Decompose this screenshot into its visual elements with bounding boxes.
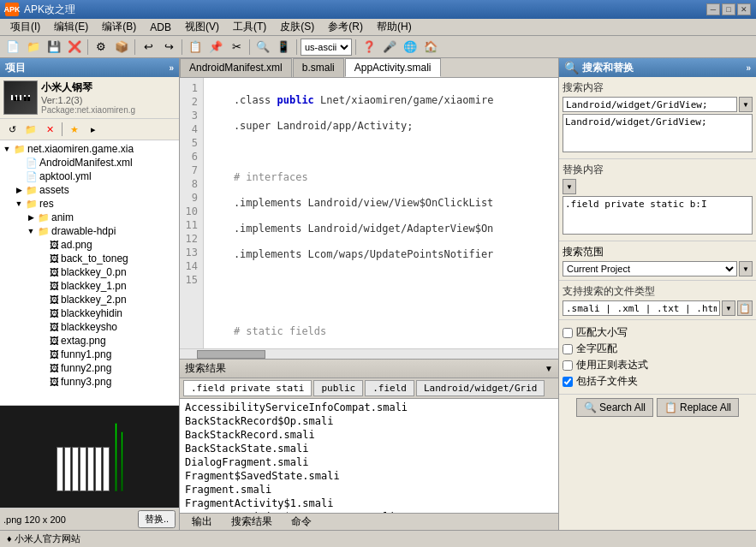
bottom-tab-command[interactable]: 命令: [283, 513, 320, 531]
maximize-button[interactable]: □: [722, 3, 735, 15]
replace-button[interactable]: 替换..: [138, 510, 176, 528]
filetype-input[interactable]: [563, 300, 720, 316]
result-item-5[interactable]: Fragment$SavedState.smali: [183, 469, 555, 483]
toolbar-copy[interactable]: 📋: [186, 38, 205, 56]
menu-tools[interactable]: 工具(T): [226, 18, 273, 36]
menu-adb[interactable]: ADB: [143, 20, 178, 35]
toolbar-new[interactable]: 📄: [3, 38, 22, 56]
toolbar-mic[interactable]: 🎤: [380, 38, 399, 56]
search-icon: 🔍: [564, 61, 579, 74]
menu-view[interactable]: 视图(V): [178, 18, 226, 36]
proj-empty-btn[interactable]: ▸: [85, 121, 102, 138]
regex-checkbox[interactable]: [563, 360, 573, 371]
code-editor[interactable]: 12345 678910 1112131415 .class public Ln…: [180, 78, 558, 348]
menu-edit[interactable]: 编辑(E): [47, 18, 95, 36]
toolbar-install[interactable]: 📱: [274, 38, 293, 56]
tree-item-drawable[interactable]: ▼ 📁 drawable-hdpi: [2, 224, 177, 238]
result-tab-2[interactable]: .field: [365, 380, 414, 396]
editor-scrollbar-h[interactable]: [180, 348, 558, 359]
menu-reference[interactable]: 参考(R): [321, 18, 370, 36]
tree-item-bk1[interactable]: 🖼 blackkey_1.pn: [2, 279, 177, 293]
search-dropdown-btn[interactable]: ▼: [739, 97, 753, 112]
tree-item-funny3[interactable]: 🖼 funny3.png: [2, 375, 177, 389]
toolbar-save[interactable]: 💾: [45, 38, 63, 56]
tree-item-bk2[interactable]: 🖼 blackkey_2.pn: [2, 293, 177, 306]
search-results-collapse[interactable]: ▼: [545, 364, 553, 373]
subdir-checkbox[interactable]: [563, 377, 573, 387]
tree-item-funny1[interactable]: 🖼 funny1.png: [2, 348, 177, 361]
menu-project[interactable]: 项目(I): [3, 18, 47, 36]
tree-item-apktool[interactable]: 📄 apktool.yml: [2, 169, 177, 183]
tree-item-anim[interactable]: ▶ 📁 anim: [2, 211, 177, 224]
editor-scrollbar-thumb[interactable]: [197, 350, 265, 359]
minimize-button[interactable]: ─: [706, 3, 720, 15]
toolbar-sep-5: [296, 39, 297, 55]
toolbar-cut[interactable]: ✂: [227, 38, 246, 56]
close-button[interactable]: ✕: [737, 3, 751, 15]
replace-dropdown-btn[interactable]: ▼: [563, 179, 576, 194]
result-item-1[interactable]: BackStackRecord$Op.smali: [183, 414, 555, 428]
scope-extra-btn[interactable]: ▼: [739, 261, 753, 276]
regex-label: 使用正则表达式: [576, 358, 648, 372]
toolbar-find[interactable]: 🔍: [253, 38, 272, 56]
right-panel-header: 🔍 搜索和替换 »: [559, 58, 756, 77]
proj-delete-btn[interactable]: ✕: [41, 121, 58, 138]
proj-folder-btn[interactable]: 📁: [22, 121, 39, 138]
bottom-tab-output[interactable]: 输出: [183, 513, 221, 531]
proj-refresh-btn[interactable]: ↺: [3, 121, 21, 138]
result-item-7[interactable]: FragmentActivity$1.smali: [183, 496, 555, 510]
tab-appactivity[interactable]: AppActivity.smali: [345, 58, 441, 77]
tree-item-manifest[interactable]: 📄 AndroidManifest.xml: [2, 156, 177, 169]
menu-help[interactable]: 帮助(H): [370, 18, 419, 36]
proj-star-btn[interactable]: ★: [66, 121, 83, 138]
menu-compile[interactable]: 编译(B): [95, 18, 143, 36]
tree-item-assets[interactable]: ▶ 📁 assets: [2, 183, 177, 197]
replace-all-button[interactable]: 📋 Replace All: [657, 398, 739, 417]
tree-item-extag[interactable]: 🖼 extag.png: [2, 334, 177, 348]
toolbar-paste[interactable]: 📌: [206, 38, 225, 56]
bottom-tab-results[interactable]: 搜索结果: [223, 513, 281, 531]
tree-item-bk0[interactable]: 🖼 blackkey_0.pn: [2, 265, 177, 279]
result-item-3[interactable]: BackStackState.smali: [183, 442, 555, 455]
result-item-2[interactable]: BackStackRecord.smali: [183, 428, 555, 442]
toolbar-help[interactable]: ❓: [360, 38, 378, 56]
search-textarea[interactable]: Landroid/widget/GridView;: [563, 114, 753, 152]
case-checkbox[interactable]: [563, 328, 573, 338]
toolbar-open[interactable]: 📁: [24, 38, 43, 56]
result-tab-3[interactable]: Landroid/widget/Grid: [416, 380, 545, 396]
result-item-4[interactable]: DialogFragment.smali: [183, 455, 555, 469]
toolbar-decompile[interactable]: 📦: [112, 38, 131, 56]
toolbar-compile[interactable]: ⚙: [92, 38, 110, 56]
code-content[interactable]: .class public Lnet/xiaomiren/game/xiaomi…: [204, 78, 558, 348]
filetype-dropdown-btn[interactable]: ▼: [722, 300, 735, 316]
result-tab-0[interactable]: .field private stati: [183, 380, 312, 396]
tree-item-bksho[interactable]: 🖼 blackkeysho: [2, 320, 177, 334]
filetype-action-btn[interactable]: 📋: [737, 300, 753, 316]
result-tab-1[interactable]: public: [313, 380, 363, 396]
tab-smali[interactable]: b.smali: [293, 58, 344, 77]
right-panel-collapse[interactable]: »: [746, 63, 751, 73]
scope-select[interactable]: Current Project All Projects Selected Fi…: [563, 261, 737, 276]
tree-item-funny2[interactable]: 🖼 funny2.png: [2, 361, 177, 375]
search-all-button[interactable]: 🔍 Search All: [576, 398, 653, 417]
result-item-0[interactable]: AccessibilityServiceInfoCompat.smali: [183, 401, 555, 414]
project-panel-collapse[interactable]: »: [169, 63, 174, 73]
tree-item-bkhid[interactable]: 🖼 blackkeyhidin: [2, 306, 177, 320]
result-item-6[interactable]: Fragment.smali: [183, 483, 555, 496]
encoding-select[interactable]: us-ascii UTF-8 GBK: [301, 39, 352, 56]
search-content-input[interactable]: [563, 97, 737, 112]
toolbar-close[interactable]: ❌: [65, 38, 84, 56]
toolbar-home[interactable]: 🏠: [421, 38, 440, 56]
tree-item-res[interactable]: ▼ 📁 res: [2, 197, 177, 211]
toolbar-undo[interactable]: ↩: [139, 38, 158, 56]
menu-skin[interactable]: 皮肤(S): [273, 18, 321, 36]
tree-item-root[interactable]: ▼ 📁 net.xiaomiren.game.xia: [2, 142, 177, 156]
tree-item-ad[interactable]: 🖼 ad.png: [2, 238, 177, 252]
whole-checkbox[interactable]: [563, 344, 573, 354]
toolbar-web[interactable]: 🌐: [401, 38, 420, 56]
tree-icon-anim: 📁: [38, 212, 50, 223]
replace-textarea[interactable]: .field private static b:I: [563, 196, 753, 235]
tree-item-back[interactable]: 🖼 back_to_toneg: [2, 252, 177, 265]
toolbar-redo[interactable]: ↪: [159, 38, 178, 56]
tab-androidmanifest[interactable]: AndroidManifest.xml: [180, 58, 292, 77]
